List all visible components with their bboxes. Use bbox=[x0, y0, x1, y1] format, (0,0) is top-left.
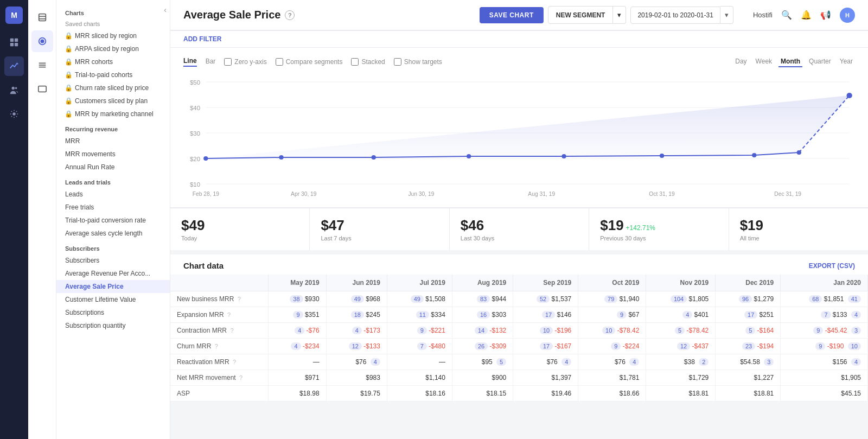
sidebar-item-churn-price[interactable]: 🔒 Churn rate sliced by price bbox=[56, 81, 170, 94]
cell: 9 -$45.42 3 bbox=[781, 323, 868, 339]
sidebar-item-sales-cycle[interactable]: Average sales cycle length bbox=[56, 227, 170, 240]
badge: 12 bbox=[677, 342, 690, 350]
help-icon-emrr[interactable]: ? bbox=[227, 311, 231, 318]
stacked-toggle[interactable]: Stacked bbox=[351, 58, 385, 66]
cell: — bbox=[268, 354, 326, 370]
help-icon-nbmrr[interactable]: ? bbox=[238, 296, 241, 302]
bell-icon[interactable]: 🔔 bbox=[801, 10, 812, 20]
sidebar-item-clv[interactable]: Customer Lifetime Value bbox=[56, 293, 170, 306]
svg-point-29 bbox=[467, 154, 471, 158]
sidebar-item-subscriptions[interactable]: Subscriptions bbox=[56, 306, 170, 319]
people-nav-icon[interactable] bbox=[4, 80, 24, 100]
list-tab[interactable] bbox=[31, 54, 53, 76]
sidebar-item-mrr-marketing[interactable]: 🔒 MRR by marketing channel bbox=[56, 107, 170, 120]
sidebar-item-mrr-movements[interactable]: MRR movements bbox=[56, 148, 170, 161]
title-help-icon[interactable]: ? bbox=[285, 10, 295, 20]
badge: 3 bbox=[764, 358, 774, 366]
cell: $19.46 bbox=[513, 386, 578, 402]
sidebar-item-avg-sale-price[interactable]: Average Sale Price bbox=[56, 280, 170, 293]
chart-nav-icon[interactable] bbox=[4, 56, 24, 76]
cell: 79 $1,940 bbox=[578, 291, 646, 307]
badge: 11 bbox=[416, 311, 429, 319]
sidebar-item-customers-plan[interactable]: 🔒 Customers sliced by plan bbox=[56, 94, 170, 107]
sidebar-item-trial-paid[interactable]: 🔒 Trial-to-paid cohorts bbox=[56, 68, 170, 81]
svg-point-31 bbox=[660, 154, 664, 158]
help-icon-cmrr[interactable]: ? bbox=[230, 327, 233, 334]
col-jul2019: Jul 2019 bbox=[387, 275, 452, 291]
cell: $900 bbox=[452, 370, 513, 386]
sidebar-item-subscription-qty[interactable]: Subscription quantity bbox=[56, 319, 170, 332]
user-avatar[interactable]: H bbox=[840, 8, 855, 23]
zero-yaxis-toggle[interactable]: Zero y-axis bbox=[224, 58, 266, 66]
badge: 9 bbox=[813, 327, 823, 334]
svg-point-4 bbox=[12, 87, 15, 90]
cell: 4 -$173 bbox=[326, 323, 387, 339]
svg-text:Jun 30, 19: Jun 30, 19 bbox=[408, 191, 434, 197]
sidebar-item-arpa[interactable]: Average Revenue Per Acco... bbox=[56, 267, 170, 280]
notification-icon[interactable]: 📢 bbox=[820, 10, 831, 20]
col-sep2019: Sep 2019 bbox=[513, 275, 578, 291]
svg-text:$30: $30 bbox=[190, 130, 200, 137]
sidebar-item-mrr-cohorts[interactable]: 🔒 MRR cohorts bbox=[56, 55, 170, 68]
help-icon-rmrr[interactable]: ? bbox=[233, 359, 236, 365]
cell: 7 $133 4 bbox=[781, 307, 868, 323]
sidebar-item-mrr-region[interactable]: 🔒 MRR sliced by region bbox=[56, 29, 170, 42]
save-chart-button[interactable]: SAVE CHART bbox=[480, 7, 544, 23]
sidebar-item-subscribers[interactable]: Subscribers bbox=[56, 254, 170, 267]
month-option[interactable]: Month bbox=[778, 56, 802, 67]
cell: $971 bbox=[268, 370, 326, 386]
cell: 4 $401 bbox=[646, 307, 716, 323]
badge: 68 bbox=[809, 295, 822, 303]
bars-tab[interactable] bbox=[31, 7, 53, 28]
sidebar-item-leads[interactable]: Leads bbox=[56, 188, 170, 201]
sidebar-item-mrr[interactable]: MRR bbox=[56, 135, 170, 148]
line-chart-button[interactable]: Line bbox=[183, 57, 197, 67]
lock-icon-6: 🔒 bbox=[65, 98, 72, 104]
card-tab[interactable] bbox=[31, 78, 53, 100]
row-net-mrr: Net MRR movement ? bbox=[170, 370, 268, 386]
svg-point-6 bbox=[12, 112, 15, 115]
compare-segments-toggle[interactable]: Compare segments bbox=[276, 58, 343, 66]
scrollable-content: ADD FILTER Line Bar Zero y-axis Compare … bbox=[170, 31, 868, 439]
svg-rect-3 bbox=[15, 43, 18, 46]
sidebar-collapse-button[interactable]: ‹ bbox=[164, 5, 167, 14]
badge: 10 bbox=[540, 327, 553, 334]
cell: 7 -$480 bbox=[387, 339, 452, 354]
date-range-arrow[interactable]: ▾ bbox=[720, 6, 733, 24]
svg-text:$50: $50 bbox=[190, 79, 200, 86]
badge: 10 bbox=[848, 342, 861, 350]
show-targets-toggle[interactable]: Show targets bbox=[394, 58, 442, 66]
quarter-option[interactable]: Quarter bbox=[807, 56, 833, 67]
cell: 96 $1,279 bbox=[716, 291, 781, 307]
cell: $76 4 bbox=[326, 354, 387, 370]
year-option[interactable]: Year bbox=[838, 56, 855, 67]
date-range-picker[interactable]: 2019-02-01 to 2020-01-31 bbox=[630, 7, 720, 24]
sidebar-item-free-trials[interactable]: Free trials bbox=[56, 201, 170, 214]
grid-nav-icon[interactable] bbox=[4, 33, 24, 52]
segment-dropdown-arrow[interactable]: ▾ bbox=[613, 6, 626, 24]
cell: $18.98 bbox=[268, 386, 326, 402]
search-icon[interactable]: 🔍 bbox=[781, 10, 792, 20]
cell: 4 -$76 bbox=[268, 323, 326, 339]
bar-chart-button[interactable]: Bar bbox=[206, 58, 216, 66]
sidebar-item-trial-conversion[interactable]: Trial-to-paid conversion rate bbox=[56, 214, 170, 227]
col-label bbox=[170, 275, 268, 291]
export-button[interactable]: EXPORT (CSV) bbox=[809, 262, 855, 270]
week-option[interactable]: Week bbox=[754, 56, 774, 67]
day-option[interactable]: Day bbox=[733, 56, 749, 67]
cell: $18.81 bbox=[716, 386, 781, 402]
svg-point-32 bbox=[752, 153, 756, 157]
add-filter-button[interactable]: ADD FILTER bbox=[183, 35, 855, 43]
sidebar-item-annual-run-rate[interactable]: Annual Run Rate bbox=[56, 161, 170, 174]
badge: 14 bbox=[475, 327, 488, 334]
recurring-revenue-title: Recurring revenue bbox=[56, 120, 170, 135]
help-icon-chmrr[interactable]: ? bbox=[215, 343, 218, 349]
col-may2019: May 2019 bbox=[268, 275, 326, 291]
badge: 52 bbox=[537, 295, 550, 303]
circle-tab[interactable] bbox=[31, 30, 53, 52]
cell: $18.16 bbox=[387, 386, 452, 402]
new-segment-button[interactable]: NEW SEGMENT bbox=[548, 6, 614, 24]
sidebar-item-arpa-region[interactable]: 🔒 ARPA sliced by region bbox=[56, 42, 170, 55]
help-icon-netmrr[interactable]: ? bbox=[239, 374, 242, 381]
settings-nav-icon[interactable] bbox=[4, 104, 24, 124]
